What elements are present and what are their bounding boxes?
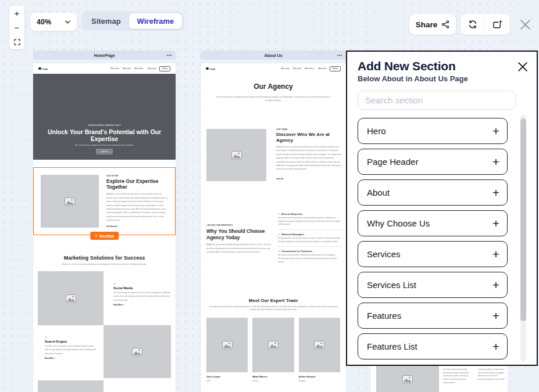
service-title: Search Engine [45,340,96,343]
member-role: Director [252,380,294,382]
read-more-link: Read More › [113,304,173,306]
member-name: Esther Howard [299,375,340,378]
logo-icon [206,67,209,70]
share-icon [441,20,449,28]
nav-button: Button [159,66,170,71]
plus-icon[interactable]: + [492,156,499,168]
section-option-features-list[interactable]: Features List + [358,333,508,359]
home-story-section-selected[interactable]: OUR STORY Explore Our Expertise Together… [33,167,176,235]
section-option-services[interactable]: Services + [358,241,508,267]
feature-body: Our talented team brings diverse backgro… [278,217,342,226]
fragment-text: Leverage analytics for data-driven decis… [478,368,505,382]
section-list: Hero + Page Header + About + Why Choose … [358,118,508,359]
aboutus-title: About Us [201,53,346,57]
homepage-more-icon[interactable] [167,55,172,56]
image-placeholder [206,129,266,181]
nav-menu-item: Menu Item [134,67,144,70]
add-section-button[interactable]: + Section [90,232,119,240]
refresh-icon [468,20,477,29]
team-member-card: Wade Warren Director [252,318,294,382]
zoom-level-dropdown[interactable]: 40% [30,13,77,31]
home-navbar-section[interactable]: Logo Menu Item Menu Item Menu Item Menu … [33,63,176,74]
team-intro-eyebrow: OUR TEAM [276,128,342,131]
plus-icon[interactable]: + [492,248,499,260]
services-title: Marketing Solutions for Success [33,255,176,261]
about-navbar-section[interactable]: Logo Menu Item Menu Item Menu Item Menu … [201,63,346,74]
panel-close-button[interactable] [518,62,527,71]
story-title: Explore Our Expertise Together [106,178,168,190]
panel-subtitle: Below About in About Us Page [358,74,468,83]
image-placeholder [299,318,340,372]
plus-icon[interactable]: + [492,310,499,322]
check-icon: ✓ [278,250,280,253]
plus-icon[interactable]: + [492,186,499,199]
feature-title: ✓Diverse Expertise [278,213,342,215]
tab-wireframe[interactable]: Wireframe [129,13,182,29]
team-member-card: Esther Howard Manager [299,318,340,382]
team-intro-title: Discover Who We Are at Agency [276,132,342,143]
feature-title: ✓Commitment to Timelines [278,250,342,253]
image-placeholder [376,366,439,392]
divider [278,246,342,247]
homepage-title: HomePage [33,53,176,57]
section-option-hero[interactable]: Hero + [358,118,508,144]
check-icon: ✓ [278,213,280,215]
panel-scrollbar[interactable] [520,115,526,361]
close-canvas-button[interactable] [519,19,531,31]
service-number: 02 [45,336,96,339]
logo: Logo [206,67,215,70]
fit-screen-button[interactable] [9,35,24,49]
story-cta: Get Started [106,225,168,228]
image-placeholder [252,318,294,372]
homepage-header-bar[interactable]: HomePage [33,51,176,60]
section-option-about[interactable]: About + [358,179,508,206]
nav-menu-item: Menu Item [293,67,301,70]
service-title: Social Media [113,286,173,290]
hero-eyebrow: TRANSFORMING BRANDS DAILY [88,124,122,127]
story-eyebrow: OUR STORY [106,175,168,177]
tab-sitemap[interactable]: Sitemap [83,13,129,29]
image-placeholder [41,175,99,228]
member-name: Wade Warren [252,375,294,378]
plus-icon[interactable]: + [492,340,499,353]
new-page-button[interactable] [485,14,509,35]
regenerate-button[interactable] [461,14,485,35]
chevron-down-icon [65,20,70,24]
section-option-features[interactable]: Features + [358,303,508,329]
team-member-card: Jane Cooper CEO [206,318,248,382]
section-option-why-choose-us[interactable]: Why Choose Us + [358,210,508,236]
aboutus-wireframe: Logo Menu Item Menu Item Menu Item Menu … [201,63,346,392]
scrollbar-thumb[interactable] [520,118,526,321]
zoom-out-button[interactable]: − [9,20,24,35]
share-button[interactable]: Share [409,14,456,35]
section-option-services-list[interactable]: Services List + [358,272,508,298]
fullscreen-icon [14,39,20,45]
homepage-wireframe: Logo Menu Item Menu Item Menu Item Menu … [33,63,176,392]
close-icon [519,19,531,31]
section-option-page-header[interactable]: Page Header + [358,149,508,175]
chevron-down-icon [143,69,144,69]
why-body: At Agency, we prioritize building lastin… [206,243,272,254]
aboutus-more-icon[interactable] [337,55,342,56]
home-hero-section[interactable]: TRANSFORMING BRANDS DAILY Unlock Your Br… [33,74,176,160]
hero-title: Unlock Your Brand's Potential with Our E… [47,128,163,142]
service-number: 01 [113,283,173,285]
minus-icon: − [15,23,20,33]
partial-wireframe-page[interactable]: Our team curates personalized marketing … [371,366,508,392]
plus-icon[interactable]: + [492,279,499,291]
window-add-icon [492,20,502,29]
close-icon [518,62,527,71]
plus-icon[interactable]: + [492,217,499,229]
team-intro-cta: Join Us [276,178,283,180]
read-more-link: Read More › [45,357,96,359]
image-placeholder [38,380,103,392]
aboutus-header-bar[interactable]: About Us [201,51,346,60]
zoom-in-button[interactable]: + [9,6,24,20]
share-button-label: Share [416,20,438,29]
nav-menu-item: Menu Item [281,67,290,70]
plus-icon[interactable]: + [492,125,499,137]
search-section-input[interactable] [358,91,516,110]
about-header-subtitle: Discover our mission to empower brands t… [215,96,331,102]
member-name: Jane Cooper [206,375,248,378]
check-icon: ✓ [278,233,280,236]
